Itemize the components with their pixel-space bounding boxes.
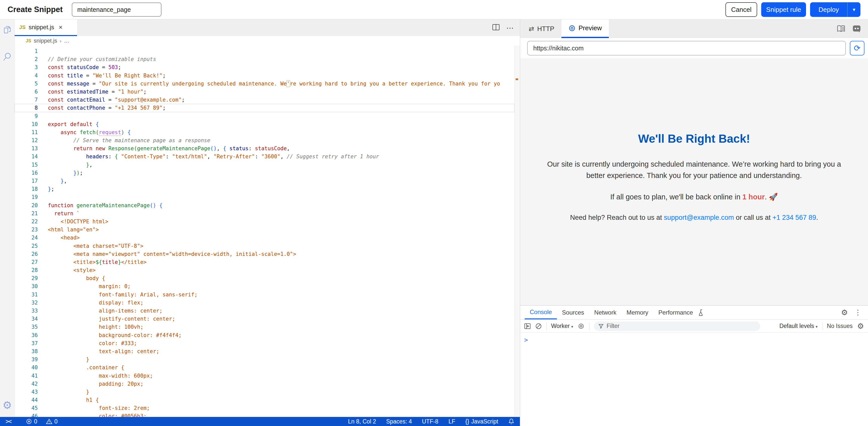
support-email-link[interactable]: support@example.com — [664, 214, 734, 221]
code-line[interactable]: 11 async fetch(request) { — [14, 128, 514, 136]
code-line[interactable]: 30 margin: 0; — [14, 282, 514, 290]
code-line[interactable]: 10export default { — [14, 120, 514, 128]
context-selector[interactable]: Worker▾ — [551, 323, 573, 330]
problems-warnings[interactable]: 0 — [46, 418, 58, 425]
code-line[interactable]: 38 text-align: center; — [14, 347, 514, 356]
console-settings-gear-icon[interactable]: ⚙ — [857, 322, 864, 330]
code-area[interactable]: 12// Define your customizable inputs3con… — [14, 46, 514, 417]
code-line[interactable]: 41 max-width: 600px; — [14, 372, 514, 380]
notifications-bell-icon[interactable] — [508, 418, 514, 425]
code-line[interactable]: 40 .container { — [14, 364, 514, 372]
close-tab-icon[interactable]: × — [59, 24, 62, 31]
encoding[interactable]: UTF-8 — [422, 418, 438, 425]
code-line[interactable]: 7const contactEmail = "support@example.c… — [14, 96, 514, 104]
console-sidebar-toggle-icon[interactable] — [524, 323, 531, 329]
code-line[interactable]: 28 <style> — [14, 266, 514, 274]
line-number: 13 — [14, 144, 48, 152]
devtools-tab-performance[interactable]: Performance — [653, 306, 698, 319]
tab-preview[interactable]: Preview — [561, 20, 609, 38]
live-expression-eye-icon[interactable] — [578, 323, 585, 329]
code-line[interactable]: 1 — [14, 47, 514, 55]
code-line[interactable]: 25 <meta charset="UTF-8"> — [14, 242, 514, 250]
code-line[interactable]: 36 background-color: #f4f4f4; — [14, 331, 514, 339]
console-output[interactable]: > — [520, 333, 868, 426]
split-editor-icon[interactable] — [492, 24, 500, 31]
devtools-tab-network[interactable]: Network — [589, 306, 621, 319]
snippet-rule-button[interactable]: Snippet rule — [761, 2, 806, 17]
no-issues-counter[interactable]: No Issues — [827, 323, 852, 330]
code-line[interactable]: 26 <meta name="viewport" content="width=… — [14, 250, 514, 258]
code-line[interactable]: 22 <!DOCTYPE html> — [14, 218, 514, 226]
code-line[interactable]: 18}; — [14, 185, 514, 193]
code-line[interactable]: 31 font-family: Arial, sans-serif; — [14, 291, 514, 299]
devtools-settings-gear-icon[interactable]: ⚙ — [841, 309, 848, 316]
code-line[interactable]: 27 <title>${title}</title> — [14, 258, 514, 266]
cancel-button[interactable]: Cancel — [725, 2, 757, 17]
code-line[interactable]: 15 }, — [14, 161, 514, 169]
code-line[interactable]: 32 display: flex; — [14, 299, 514, 307]
code-line[interactable]: 34 justify-content: center; — [14, 315, 514, 323]
devtools-tab-memory[interactable]: Memory — [621, 306, 653, 319]
search-icon[interactable] — [2, 52, 12, 62]
more-actions-icon[interactable]: ⋯ — [506, 24, 514, 32]
line-number: 10 — [14, 120, 48, 128]
tab-snippet-js[interactable]: JS snippet.js × — [14, 20, 77, 36]
code-line[interactable]: 44 h1 { — [14, 396, 514, 404]
breadcrumb[interactable]: JS snippet.js › … — [14, 36, 520, 46]
code-line[interactable]: 12 // Serve the maintenance page as a re… — [14, 136, 514, 144]
code-line[interactable]: 45 font-size: 2rem; — [14, 404, 514, 412]
code-line[interactable]: 43 } — [14, 388, 514, 396]
problems-errors[interactable]: 0 — [26, 418, 37, 425]
phone-link[interactable]: +1 234 567 89 — [773, 214, 816, 221]
deploy-button[interactable]: Deploy — [810, 2, 847, 17]
performance-flask-icon — [699, 306, 704, 319]
code-line[interactable]: 20function generateMaintenancePage() { — [14, 201, 514, 209]
code-line[interactable]: 3const statusCode = 503; — [14, 63, 514, 71]
devtools-tab-console[interactable]: Console — [525, 306, 557, 319]
code-line[interactable]: 33 align-items: center; — [14, 307, 514, 315]
code-line[interactable]: 42 padding: 20px; — [14, 380, 514, 388]
code-line[interactable]: 23<html lang="en"> — [14, 226, 514, 234]
devtools-tab-sources[interactable]: Sources — [557, 306, 589, 319]
code-line[interactable]: 19 — [14, 193, 514, 201]
code-line[interactable]: 39 } — [14, 356, 514, 364]
code-line[interactable]: 5const message = "Our site is currently … — [14, 80, 514, 88]
language-mode[interactable]: {} JavaScript — [465, 418, 498, 425]
code-line[interactable]: 29 body { — [14, 274, 514, 282]
top-header: Create Snippet Cancel Snippet rule Deplo… — [0, 0, 868, 20]
discord-chat-icon[interactable] — [852, 25, 861, 33]
code-line[interactable]: 13 return new Response(generateMaintenan… — [14, 144, 514, 152]
code-line[interactable]: 35 height: 100vh; — [14, 323, 514, 331]
eol-sequence[interactable]: LF — [448, 418, 455, 425]
code-line[interactable]: 37 color: #333; — [14, 339, 514, 347]
code-line[interactable]: 6const estimatedTime = "1 hour"; — [14, 88, 514, 96]
code-line[interactable]: 21 return ` — [14, 209, 514, 218]
snippet-name-input[interactable] — [72, 2, 161, 17]
code-line[interactable]: 8const contactPhone = "+1 234 567 89"; — [14, 104, 514, 112]
code-line[interactable]: 14 headers: { "Content-Type": "text/html… — [14, 152, 514, 161]
cursor-position[interactable]: Ln 8, Col 2 — [348, 418, 376, 425]
reload-button[interactable]: ⟳ — [850, 41, 865, 55]
code-line[interactable]: 2// Define your customizable inputs — [14, 55, 514, 63]
console-filter-input[interactable]: Filter — [594, 321, 760, 331]
preview-url-input[interactable] — [527, 41, 846, 55]
devtools-kebab-menu-icon[interactable]: ⋮ — [855, 308, 862, 317]
code-line[interactable]: 24 <head> — [14, 234, 514, 242]
log-levels-dropdown[interactable]: Default levels▾ — [779, 323, 817, 330]
code-line[interactable]: 9 — [14, 112, 514, 120]
tab-http[interactable]: ⇄ HTTP — [522, 20, 561, 38]
editor-scrollbar[interactable] — [514, 46, 520, 417]
remote-indicator-icon[interactable]: >< — [5, 418, 11, 425]
code-line[interactable]: 17 }, — [14, 177, 514, 185]
indentation[interactable]: Spaces: 4 — [386, 418, 412, 425]
devtools-panel: ConsoleSourcesNetworkMemoryPerformance ⚙… — [520, 305, 868, 426]
deploy-dropdown-caret[interactable]: ▾ — [847, 2, 861, 17]
code-line[interactable]: 46 color: #0056b3; — [14, 412, 514, 417]
docs-book-icon[interactable] — [837, 25, 845, 32]
code-line[interactable]: 16 }); — [14, 169, 514, 177]
clear-console-icon[interactable] — [535, 323, 542, 330]
files-icon[interactable] — [2, 25, 12, 35]
settings-gear-icon[interactable]: ⚙ — [2, 400, 12, 410]
code-line[interactable]: 4const title = "We'll Be Right Back!"; — [14, 72, 514, 80]
line-number: 22 — [14, 218, 48, 226]
